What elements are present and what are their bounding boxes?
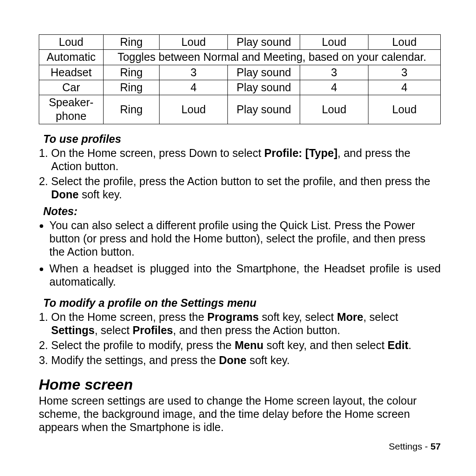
cell: Loud bbox=[300, 35, 368, 50]
text: Modify the settings, and press the bbox=[51, 354, 219, 366]
cell: Loud bbox=[300, 95, 368, 124]
text: soft key, and then select bbox=[264, 339, 388, 351]
text: You can also select a different profile … bbox=[49, 219, 425, 258]
cell: Speaker- phone bbox=[39, 95, 104, 124]
subhead-modify-profile: To modify a profile on the Settings menu bbox=[43, 296, 441, 309]
bold-text: Programs bbox=[207, 311, 259, 323]
heading-home-screen: Home screen bbox=[39, 376, 441, 394]
footer-section: Settings - bbox=[389, 441, 431, 451]
list-item: Select the profile, press the Action but… bbox=[51, 175, 441, 201]
bold-text: Profile: [Type] bbox=[264, 147, 338, 159]
bold-text: Profiles bbox=[133, 324, 173, 336]
subhead-to-use-profiles: To use profiles bbox=[43, 132, 441, 145]
page-number: 57 bbox=[431, 441, 441, 451]
table-row: Speaker- phone Ring Loud Play sound Loud… bbox=[39, 95, 441, 124]
text: Select the profile, press the Action but… bbox=[51, 175, 430, 187]
bold-text: Edit bbox=[387, 339, 408, 351]
cell: Ring bbox=[103, 80, 160, 95]
cell: Play sound bbox=[228, 65, 300, 80]
cell: Headset bbox=[39, 65, 104, 80]
cell: 4 bbox=[160, 80, 228, 95]
bold-text: More bbox=[337, 311, 363, 323]
cell: 3 bbox=[368, 65, 440, 80]
cell: 3 bbox=[160, 65, 228, 80]
cell: Play sound bbox=[228, 95, 300, 124]
table-row: Automatic Toggles between Normal and Mee… bbox=[39, 50, 441, 65]
use-profiles-steps: On the Home screen, press Down to select… bbox=[39, 146, 441, 201]
cell: Ring bbox=[103, 95, 160, 124]
cell: Loud bbox=[368, 35, 440, 50]
table-row: Car Ring 4 Play sound 4 4 bbox=[39, 80, 441, 95]
home-screen-body: Home screen settings are used to change … bbox=[39, 394, 441, 434]
table-row: Loud Ring Loud Play sound Loud Loud bbox=[39, 35, 441, 50]
cell: Ring bbox=[103, 35, 160, 50]
bold-text: Menu bbox=[234, 339, 263, 351]
bold-text: Done bbox=[51, 188, 79, 201]
text: soft key, select bbox=[259, 311, 337, 323]
bold-text: Settings bbox=[51, 324, 95, 336]
text: , and then press the Action button. bbox=[173, 324, 340, 336]
cell: Ring bbox=[103, 65, 160, 80]
text: , select bbox=[363, 311, 398, 323]
cell: 3 bbox=[300, 65, 368, 80]
bold-text: Done bbox=[219, 354, 247, 366]
footer: Settings - 57 bbox=[389, 441, 441, 452]
text: On the Home screen, press Down to select bbox=[51, 147, 264, 159]
text: On the Home screen, press the bbox=[51, 311, 207, 323]
list-item: On the Home screen, press the Programs s… bbox=[51, 310, 441, 337]
cell: Automatic bbox=[39, 50, 104, 65]
subhead-notes: Notes: bbox=[43, 205, 441, 218]
cell: Loud bbox=[39, 35, 104, 50]
notes-list: You can also select a different profile … bbox=[39, 219, 441, 288]
cell: Car bbox=[39, 80, 104, 95]
cell: Loud bbox=[160, 35, 228, 50]
list-item: On the Home screen, press Down to select… bbox=[51, 146, 441, 173]
text: When a headset is plugged into the Smart… bbox=[49, 262, 441, 288]
list-item: Modify the settings, and press the Done … bbox=[51, 353, 441, 367]
list-item: Select the profile to modify, press the … bbox=[51, 338, 441, 352]
cell: Toggles between Normal and Meeting, base… bbox=[103, 50, 440, 65]
list-item: When a headset is plugged into the Smart… bbox=[49, 262, 441, 288]
profiles-table: Loud Ring Loud Play sound Loud Loud Auto… bbox=[39, 34, 441, 124]
cell: 4 bbox=[368, 80, 440, 95]
cell: Loud bbox=[160, 95, 228, 124]
text: , select bbox=[95, 324, 133, 336]
list-item: You can also select a different profile … bbox=[49, 219, 441, 258]
table-row: Headset Ring 3 Play sound 3 3 bbox=[39, 65, 441, 80]
text: soft key. bbox=[79, 188, 122, 201]
text: . bbox=[409, 339, 412, 351]
cell: Play sound bbox=[228, 80, 300, 95]
page: Loud Ring Loud Play sound Loud Loud Auto… bbox=[0, 0, 476, 476]
cell: Play sound bbox=[228, 35, 300, 50]
cell: Loud bbox=[368, 95, 440, 124]
text: Select the profile to modify, press the bbox=[51, 339, 234, 351]
modify-profile-steps: On the Home screen, press the Programs s… bbox=[39, 310, 441, 367]
text: soft key. bbox=[246, 354, 290, 366]
cell: 4 bbox=[300, 80, 368, 95]
